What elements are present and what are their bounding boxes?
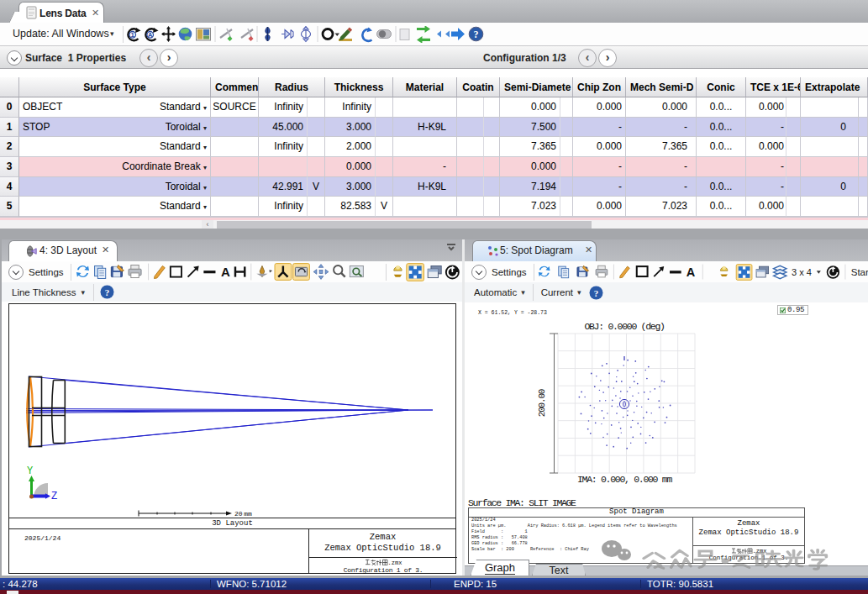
svg-text:?: ? — [474, 29, 479, 40]
svg-text:3 x 4: 3 x 4 — [792, 266, 812, 276]
svg-text:A: A — [687, 265, 696, 279]
svg-text:Stand: Stand — [851, 267, 868, 277]
svg-text:A: A — [148, 31, 153, 39]
svg-text:20 mm: 20 mm — [234, 510, 252, 518]
svg-text:Z: Z — [51, 491, 57, 502]
svg-text:A: A — [221, 265, 230, 279]
svg-text:?: ? — [105, 287, 110, 297]
svg-text:1: 1 — [130, 31, 134, 39]
svg-text:?: ? — [593, 287, 598, 297]
svg-text:200.00: 200.00 — [537, 389, 547, 417]
svg-text:Y: Y — [27, 465, 33, 477]
